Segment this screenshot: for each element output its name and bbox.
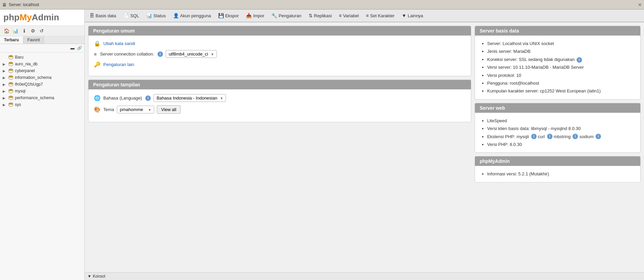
more-nav-icon: ▼ (402, 13, 407, 18)
list-item[interactable]: ▶ auro_nia_db (0, 61, 84, 67)
language-info-icon[interactable]: i (145, 95, 151, 101)
sodium-info-icon[interactable]: i (596, 134, 601, 139)
language-select[interactable]: Bahasa Indonesia - Indonesian English De… (153, 94, 226, 102)
phpmyadmin-list: Informasi versi: 5.2.1 (Mutakhir) (480, 170, 635, 178)
home-icon[interactable]: 🏠 (3, 27, 10, 35)
console-icon: ▼ (87, 274, 91, 279)
list-item[interactable]: ▶ sys (0, 101, 84, 108)
logo-my: My (20, 12, 32, 22)
phpmyadmin-body: Informasi versi: 5.2.1 (Mutakhir) (475, 166, 640, 182)
logo: phpMyAdmin (3, 12, 59, 22)
list-item[interactable]: ▶ information_schema (0, 74, 84, 81)
list-item[interactable]: ▶ performance_schema (0, 94, 84, 101)
nav-lainnya[interactable]: ▼ Lainnya (398, 9, 427, 22)
mysqli-info-icon[interactable]: i (531, 134, 537, 139)
content-left: Pengaturan umum 🔒 Ubah kata sandi ≡ Serv… (88, 26, 471, 269)
settings-nav-icon: 🔧 (271, 13, 277, 18)
general-settings-body: 🔒 Ubah kata sandi ≡ Server connection co… (88, 36, 471, 76)
main-content: 🗄 Basis data 📄 SQL 📊 Status 👤 Akun pengg… (85, 9, 644, 280)
sidebar: phpMyAdmin 🏠 📊 ℹ ⚙ ↺ Terbaru Favorit ▬ 🔗 (0, 9, 85, 280)
info-icon-btn[interactable]: ℹ (20, 27, 28, 35)
list-item: Versi protokol: 10 (487, 71, 635, 79)
status-nav-icon: 📊 (146, 13, 152, 18)
list-item: Jenis server: MariaDB (487, 47, 635, 55)
db-name-label: auro_nia_db (15, 62, 38, 66)
nav-ekspor[interactable]: 💾 Ekspor (215, 9, 243, 22)
nav-set-karakter[interactable]: ≡ Set Karakter (362, 9, 398, 22)
charset-nav-icon: ≡ (366, 13, 369, 18)
view-all-button[interactable]: View all (157, 105, 181, 114)
db-icon (8, 88, 14, 94)
svg-point-4 (9, 83, 13, 84)
language-select-wrapper: Bahasa Indonesia - Indonesian English De… (153, 94, 226, 102)
db-icon (8, 61, 14, 67)
server-database-list: Server: Localhost via UNIX socket Jenis … (480, 40, 635, 95)
server-database-body: Server: Localhost via UNIX socket Jenis … (475, 36, 640, 99)
ssl-info-icon[interactable]: i (577, 57, 582, 63)
ext-curl: curl (538, 133, 545, 141)
other-settings-row: 🔑 Pengaturan lain (94, 61, 465, 68)
content-right: Server basis data Server: Localhost via … (475, 26, 641, 269)
language-icon: 🌐 (94, 95, 101, 101)
nav-pengaturan[interactable]: 🔧 Pengaturan (268, 9, 305, 22)
db-new-item[interactable]: Baru (0, 54, 84, 61)
mbstring-info-icon[interactable]: i (573, 134, 578, 139)
nav-status[interactable]: 📊 Status (143, 9, 170, 22)
nav-sql[interactable]: 📄 SQL (120, 9, 143, 22)
db-name-label: lfn0eiQ1fsUgp7 (15, 82, 43, 87)
collation-label: Server connection collation: (100, 51, 154, 57)
display-settings-header: Pengaturan tampilan (88, 80, 471, 89)
web-server-body: LiteSpeed Versi klien basis data: libmys… (475, 113, 640, 153)
theme-select-wrapper: pmahomme original metro (117, 106, 154, 113)
svg-point-2 (9, 69, 13, 71)
refresh-icon[interactable]: ↺ (38, 27, 45, 35)
phpmyadmin-header: phpMyAdmin (475, 156, 640, 166)
tab-terbaru[interactable]: Terbaru (0, 36, 23, 44)
extension-badges: mysqli i curl i mbstring i sodium i (517, 133, 601, 141)
sidebar-icon-bar: 🏠 📊 ℹ ⚙ ↺ (0, 26, 84, 36)
db-expand-icon: ▶ (3, 103, 7, 107)
display-settings-panel: Pengaturan tampilan 🌐 Bahasa (Language) … (88, 80, 471, 122)
collation-icon: ≡ (94, 51, 97, 57)
titlebar-icon: 🖥 (2, 2, 7, 7)
web-server-list: LiteSpeed Versi klien basis data: libmys… (480, 117, 635, 149)
console-label[interactable]: Konsol (93, 274, 105, 279)
collation-row: ≡ Server connection collation: i utf8mb4… (94, 50, 465, 58)
collation-info-icon[interactable]: i (158, 51, 163, 57)
svg-point-6 (9, 96, 13, 98)
variables-nav-icon: ≡ (339, 13, 341, 18)
theme-select[interactable]: pmahomme original metro (117, 106, 154, 113)
nav-akun[interactable]: 👤 Akun pengguna (170, 9, 215, 22)
nav-impor[interactable]: 📥 Impor (243, 9, 268, 22)
nav-basis-data[interactable]: 🗄 Basis data (86, 9, 120, 22)
sidebar-toolbar: ▬ 🔗 (0, 44, 84, 52)
list-item: Versi PHP: 8.0.30 (487, 141, 635, 148)
nav-variabel[interactable]: ≡ Variabel (335, 9, 362, 22)
tab-favorit[interactable]: Favorit (23, 36, 44, 44)
svg-point-0 (9, 56, 13, 57)
nav-replikasi[interactable]: ⇅ Replikasi (305, 9, 336, 22)
db-expand-icon: ▶ (3, 83, 7, 86)
list-item: Pengguna: root@localhost (487, 79, 635, 87)
change-password-link[interactable]: Ubah kata sandi (103, 41, 135, 46)
theme-label: Tema (103, 107, 114, 112)
stats-icon[interactable]: 📊 (12, 27, 19, 35)
list-item[interactable]: ▶ cyberpanel (0, 67, 84, 74)
link-icon[interactable]: 🔗 (76, 45, 82, 51)
curl-info-icon[interactable]: i (547, 134, 553, 139)
settings-icon[interactable]: ⚙ (29, 27, 37, 35)
other-settings-link[interactable]: Pengaturan lain (103, 62, 134, 67)
replication-nav-icon: ⇅ (309, 13, 313, 18)
list-item[interactable]: ▶ mysql (0, 88, 84, 94)
navbar: 🗄 Basis data 📄 SQL 📊 Status 👤 Akun pengg… (85, 9, 644, 22)
general-settings-panel: Pengaturan umum 🔒 Ubah kata sandi ≡ Serv… (88, 26, 471, 76)
close-button[interactable]: ✕ (638, 2, 642, 7)
database-list: Baru ▶ auro_nia_db ▶ cyberpanel ▶ (0, 52, 84, 280)
display-settings-body: 🌐 Bahasa (Language) i Bahasa Indonesia -… (88, 89, 471, 122)
collapse-all-icon[interactable]: ▬ (69, 45, 76, 51)
list-item: Koneksi server: SSL sedang tidak digunak… (487, 56, 635, 63)
list-item[interactable]: ▶ lfn0eiQ1fsUgp7 (0, 81, 84, 88)
collation-select[interactable]: utf8mb4_unicode_ci utf8mb4_general_ci la… (166, 50, 217, 58)
server-database-header: Server basis data (475, 26, 640, 36)
db-icon (8, 82, 14, 87)
